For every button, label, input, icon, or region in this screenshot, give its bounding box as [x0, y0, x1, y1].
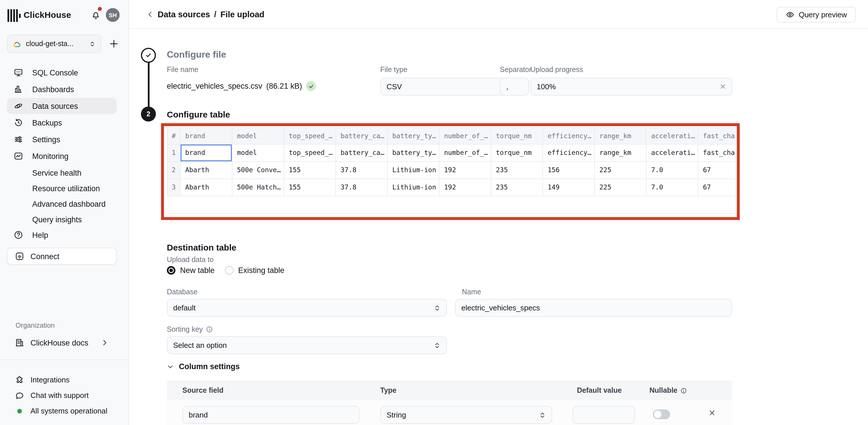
help-icon — [14, 230, 23, 239]
dismiss-progress-icon[interactable]: ✕ — [720, 82, 726, 91]
grid-cell[interactable]: model — [232, 145, 284, 162]
grid-cell[interactable]: Lithium-ion — [388, 179, 439, 196]
sidebar-item-system-status[interactable]: All systems operational — [7, 403, 122, 419]
grid-bottom-border — [167, 213, 737, 214]
grid-cell[interactable]: 225 — [595, 179, 647, 196]
status-dot-icon — [17, 408, 22, 413]
sorting-key-value: Select an option — [173, 341, 434, 349]
sidebar-item-settings[interactable]: Settings — [7, 131, 117, 147]
grid-cell[interactable]: Lithium-ion — [388, 162, 439, 179]
existing-table-radio[interactable] — [225, 266, 234, 275]
column-settings-header: Source field Type Default value Nullable — [167, 381, 732, 400]
nullable-toggle[interactable] — [653, 409, 670, 419]
grid-cell[interactable]: Abarth — [181, 179, 232, 196]
new-table-radio[interactable] — [167, 266, 176, 275]
sidebar-item-help[interactable]: Help — [7, 227, 117, 243]
file-type-value: CSV — [386, 82, 507, 91]
sorting-key-select[interactable]: Select an option — [167, 336, 447, 354]
grid-cell[interactable]: 235 — [491, 179, 543, 196]
clickhouse-logo-icon[interactable] — [7, 9, 20, 22]
grid-cell[interactable]: battery_ca… — [336, 145, 388, 162]
grid-data-row: 2Abarth500e Conve…15537.8Lithium-ion1922… — [167, 162, 737, 179]
grid-cell[interactable]: Abarth — [181, 162, 232, 179]
sidebar-item-query-insights[interactable]: Query insights — [7, 211, 117, 227]
grid-cell[interactable]: 225 — [595, 162, 647, 179]
grid-cell[interactable]: 7.0 — [647, 179, 698, 196]
integrations-puzzle-icon — [15, 375, 24, 385]
table-name-input[interactable] — [456, 300, 732, 316]
step-2-indicator: 2 — [141, 107, 156, 121]
name-label: Name — [462, 288, 481, 296]
grid-cell[interactable]: 37.8 — [336, 162, 388, 179]
breadcrumb-separator: / — [214, 10, 216, 19]
sidebar-item-data-sources[interactable]: Data sources — [7, 98, 117, 114]
grid-cell[interactable]: 155 — [284, 162, 336, 179]
console-icon — [14, 68, 23, 77]
sidebar-item-resource-utilization[interactable]: Resource utilization — [7, 180, 117, 196]
database-select[interactable]: default — [167, 299, 447, 317]
type-select[interactable]: String — [380, 406, 552, 424]
grid-cell[interactable]: 7.0 — [647, 162, 698, 179]
grid-cell[interactable]: 500e Hatch… — [232, 179, 284, 196]
connect-button[interactable]: Connect — [7, 248, 117, 265]
source-field-input[interactable] — [183, 406, 359, 423]
sidebar-item-service-health[interactable]: Service health — [7, 165, 117, 181]
grid-cell[interactable]: fast_cha — [698, 145, 737, 162]
grid-cell[interactable]: 67 — [698, 162, 737, 179]
grid-header-cell: battery_ca… — [336, 127, 388, 145]
separator-input[interactable]: , — [500, 78, 529, 95]
nullable-header: Nullable — [649, 387, 686, 395]
grid-cell[interactable]: 37.8 — [336, 179, 388, 196]
default-value-input-wrap — [572, 406, 635, 424]
sidebar-item-sql-console[interactable]: SQL Console — [7, 64, 117, 81]
file-type-label: File type — [380, 66, 407, 74]
default-value-input[interactable] — [573, 406, 634, 423]
source-field-header: Source field — [182, 387, 223, 395]
sidebar-divider — [0, 359, 129, 360]
sidebar-item-monitoring[interactable]: Monitoring — [7, 148, 117, 164]
sidebar-item-dashboards[interactable]: Dashboards — [7, 81, 117, 97]
grid-cell[interactable]: 192 — [439, 179, 491, 196]
grid-cell[interactable]: efficiency… — [543, 145, 595, 162]
add-service-button[interactable] — [109, 38, 119, 49]
settings-sliders-icon — [14, 135, 23, 144]
grid-cell[interactable]: torque_nm — [491, 145, 543, 162]
grid-cell[interactable]: 192 — [439, 162, 491, 179]
grid-cell[interactable]: 149 — [543, 179, 595, 196]
grid-cell[interactable]: 155 — [284, 179, 336, 196]
query-preview-button[interactable]: Query preview — [777, 7, 856, 23]
breadcrumb-parent[interactable]: Data sources — [158, 10, 210, 19]
grid-cell[interactable]: 500e Conve… — [232, 162, 284, 179]
info-icon — [206, 326, 213, 333]
grid-cell[interactable]: 235 — [491, 162, 543, 179]
grid-header-cell: number_of_… — [439, 127, 491, 145]
grid-cell[interactable]: 67 — [698, 179, 737, 196]
sidebar-item-backups[interactable]: Backups — [7, 115, 117, 131]
grid-cell[interactable]: battery_ty… — [388, 145, 439, 162]
database-value: default — [173, 304, 434, 312]
sidebar-item-advanced-dashboard[interactable]: Advanced dashboard — [7, 196, 117, 212]
sidebar-item-integrations[interactable]: Integrations — [7, 372, 122, 388]
file-type-select[interactable]: CSV — [380, 78, 520, 95]
grid-cell[interactable]: 156 — [543, 162, 595, 179]
grid-cell[interactable]: range_km — [595, 145, 647, 162]
info-icon — [680, 388, 686, 394]
back-chevron-icon[interactable] — [146, 10, 154, 19]
remove-column-icon[interactable]: ✕ — [709, 408, 715, 418]
avatar[interactable]: SH — [106, 8, 120, 22]
grid-header-cell: battery_ty… — [388, 127, 439, 145]
service-selector[interactable]: cloud-get-sta... — [7, 34, 101, 53]
column-settings-toggle[interactable]: Column settings — [167, 362, 240, 371]
grid-cell[interactable]: accelerati… — [647, 145, 698, 162]
gcp-cloud-icon — [13, 40, 21, 48]
grid-header-cell: torque_nm — [491, 127, 543, 145]
grid-cell[interactable]: brand — [181, 145, 232, 162]
sidebar-item-chat-support[interactable]: Chat with support — [7, 388, 122, 403]
notifications-bell-icon[interactable] — [91, 10, 101, 20]
grid-header-cell: model — [232, 127, 284, 145]
grid-cell[interactable]: number_of_… — [439, 145, 491, 162]
sidebar-item-clickhouse-docs[interactable]: ClickHouse docs — [7, 335, 117, 350]
grid-header-cell: brand — [181, 127, 232, 145]
grid-cell[interactable]: top_speed_… — [284, 145, 336, 162]
type-value: String — [386, 410, 539, 419]
